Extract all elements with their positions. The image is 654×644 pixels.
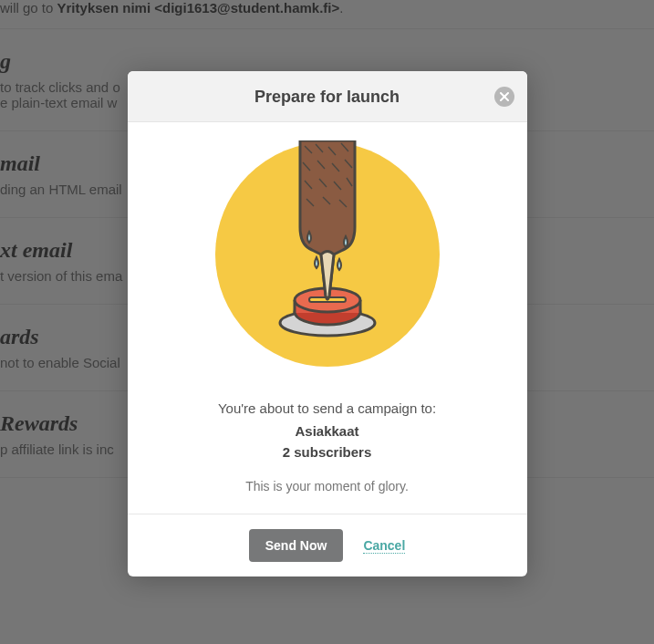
modal-title: Prepare for launch [254,88,400,106]
cancel-button[interactable]: Cancel [363,538,405,554]
modal-body: You're about to send a campaign to: Asia… [128,122,527,514]
launch-modal: Prepare for launch [128,71,527,576]
about-to-send-text: You're about to send a campaign to: [155,400,500,416]
modal-footer: Send Now Cancel [128,514,527,576]
list-name: Asiakkaat [155,421,500,442]
close-button[interactable] [494,87,514,107]
moment-of-glory-text: This is your moment of glory. [155,479,500,493]
close-icon [500,92,509,101]
subscriber-count: 2 subscribers [155,442,500,463]
launch-illustration [213,140,441,369]
modal-header: Prepare for launch [128,71,527,122]
modal-overlay: Prepare for launch [0,0,654,644]
send-now-button[interactable]: Send Now [249,529,344,562]
